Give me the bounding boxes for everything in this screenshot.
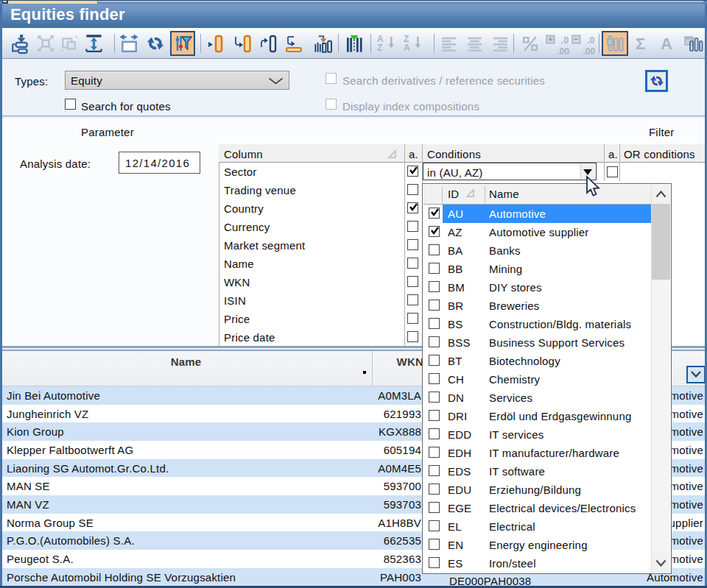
svg-text:.00: .00 bbox=[557, 46, 569, 57]
svg-text:+: + bbox=[548, 34, 553, 43]
svg-text:−: − bbox=[574, 34, 579, 43]
svg-text:.0: .0 bbox=[561, 35, 569, 46]
svg-text:.0: .0 bbox=[587, 35, 594, 46]
svg-text:.00: .00 bbox=[583, 46, 595, 57]
